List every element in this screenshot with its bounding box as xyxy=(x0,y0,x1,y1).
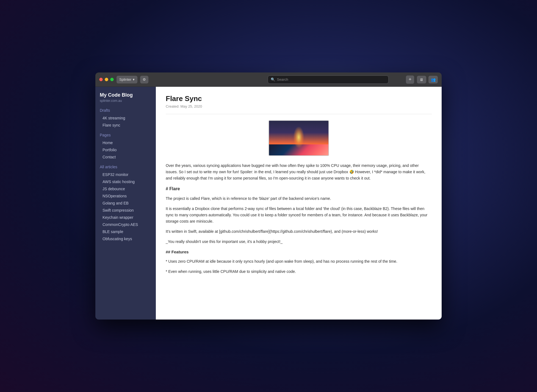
close-button[interactable] xyxy=(99,78,103,81)
add-button[interactable]: + xyxy=(406,75,414,84)
traffic-lights xyxy=(99,78,114,81)
settings-button[interactable]: ⚙ xyxy=(140,76,148,83)
body-paragraph-2: The project is called Flare, which is in… xyxy=(166,195,432,202)
search-bar-wrap: 🔍 Search xyxy=(151,75,442,84)
sidebar-item-flare-sync[interactable]: Flare sync xyxy=(100,122,151,128)
sidebar-item-aws-static-hosting[interactable]: AWS static hosting xyxy=(100,178,151,185)
sidebar-section-pages: Pages Home Portfolio Contact xyxy=(100,133,151,160)
sidebar-item-swift-compression[interactable]: Swift compression xyxy=(100,207,151,214)
sidebar-item-contact[interactable]: Contact xyxy=(100,154,151,160)
sidebar-item-golang-eb[interactable]: Golang and EB xyxy=(100,200,151,206)
hero-image-container xyxy=(166,120,432,156)
section-heading-flare: # Flare xyxy=(166,185,432,192)
pages-label: Pages xyxy=(100,133,151,137)
hero-image xyxy=(268,120,329,156)
post-title: Flare Sync xyxy=(166,94,432,103)
monitor-icon: 🖥 xyxy=(420,77,423,82)
post-date: Created: May 25, 2020 xyxy=(166,104,432,108)
minimize-button[interactable] xyxy=(105,78,108,81)
search-icon: 🔍 xyxy=(271,77,275,82)
app-window: Splinter ▾ ⚙ 🔍 Search + 🖥 👥 M xyxy=(95,72,442,320)
post-body: Over the years, various syncing applicat… xyxy=(166,163,432,275)
body-paragraph-1: Over the years, various syncing applicat… xyxy=(166,163,432,181)
site-url: splinter.com.au xyxy=(100,99,151,103)
main-area: My Code Blog splinter.com.au Drafts 4K s… xyxy=(95,87,442,320)
body-paragraph-7: * Even when running, uses little CPU/RAM… xyxy=(166,268,432,275)
body-paragraph-4: It's written in Swift, available at [git… xyxy=(166,228,432,235)
gear-icon: ⚙ xyxy=(143,77,146,82)
sidebar-item-obfuscating-keys[interactable]: Obfuscating keys xyxy=(100,236,151,242)
divider xyxy=(166,114,432,114)
sidebar-item-commoncrypto-aes[interactable]: CommonCrypto AES xyxy=(100,221,151,228)
app-name-label: Splinter xyxy=(119,77,131,82)
sidebar-item-home[interactable]: Home xyxy=(100,139,151,146)
body-paragraph-5: _You really shouldn't use this for impor… xyxy=(166,239,432,245)
search-bar[interactable]: 🔍 Search xyxy=(268,75,389,84)
body-paragraph-6: * Uses zero CPU/RAM at idle because it o… xyxy=(166,258,432,265)
sidebar-item-nsoperations[interactable]: NSOperations xyxy=(100,193,151,199)
sidebar-item-js-debounce[interactable]: JS debounce xyxy=(100,186,151,192)
sidebar-item-4k-streaming[interactable]: 4K streaming xyxy=(100,115,151,121)
titlebar: Splinter ▾ ⚙ 🔍 Search + 🖥 👥 xyxy=(95,72,442,87)
all-articles-label: All articles xyxy=(100,165,151,169)
sidebar-section-articles: All articles ESP32 monitor AWS static ho… xyxy=(100,165,151,242)
content-area: Flare Sync Created: May 25, 2020 Over th… xyxy=(156,87,442,320)
plus-icon: + xyxy=(409,77,412,82)
search-placeholder: Search xyxy=(277,77,288,82)
drafts-label: Drafts xyxy=(100,108,151,113)
people-button[interactable]: 👥 xyxy=(428,76,438,83)
app-name-button[interactable]: Splinter ▾ xyxy=(117,76,137,83)
sidebar-section-drafts: Drafts 4K streaming Flare sync xyxy=(100,108,151,128)
sidebar-item-portfolio[interactable]: Portfolio xyxy=(100,147,151,153)
titlebar-right: 🖥 👥 xyxy=(417,76,438,83)
sidebar: My Code Blog splinter.com.au Drafts 4K s… xyxy=(95,87,156,320)
maximize-button[interactable] xyxy=(110,78,114,81)
people-icon: 👥 xyxy=(431,77,436,82)
monitor-button[interactable]: 🖥 xyxy=(417,76,426,83)
chevron-down-icon: ▾ xyxy=(133,77,135,82)
section-heading-features: ## Features xyxy=(166,249,432,256)
sidebar-item-esp32-monitor[interactable]: ESP32 monitor xyxy=(100,171,151,178)
sidebar-item-keychain-wrapper[interactable]: Keychain wrapper xyxy=(100,214,151,221)
site-title: My Code Blog xyxy=(100,92,151,98)
sidebar-item-ble-sample[interactable]: BLE sample xyxy=(100,228,151,235)
body-paragraph-3: It is essentially a Dropbox clone that p… xyxy=(166,206,432,225)
